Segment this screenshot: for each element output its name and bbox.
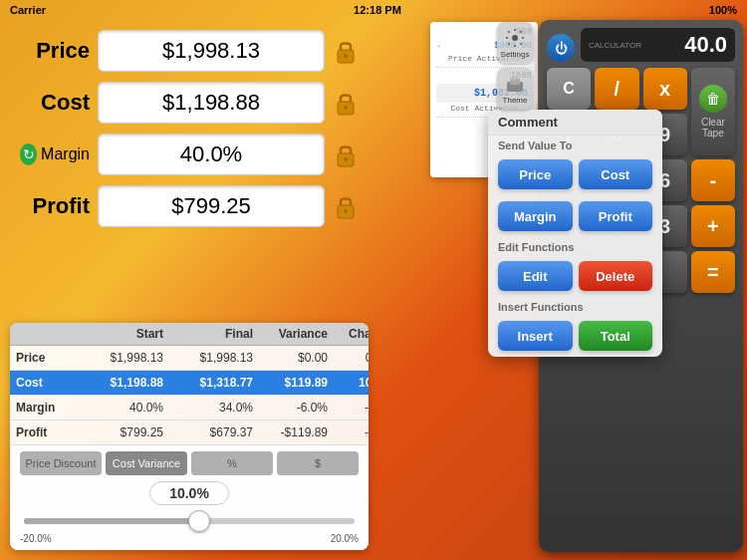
slider-tabs: Price Discount Cost Variance % $	[20, 451, 359, 475]
table-row[interactable]: Cost $1,198.88 $1,318.77 $119.89 10.0%	[10, 371, 369, 396]
row-final: $1,318.77	[169, 371, 259, 395]
row-label: Margin	[10, 396, 80, 420]
calc-display: CALCULATOR 40.0	[581, 28, 735, 62]
row-change: -15%	[334, 420, 369, 444]
trash-icon: 🗑	[699, 85, 727, 113]
slider-track[interactable]	[24, 511, 355, 531]
row-final: $679.37	[169, 420, 259, 444]
edit-button[interactable]: Edit	[498, 261, 573, 291]
col-label	[10, 323, 80, 345]
comparison-table: Start Final Variance Change Price $1,998…	[10, 323, 369, 550]
row-label: Price	[10, 346, 80, 370]
cost-row: Cost $1,198.88	[20, 82, 359, 124]
row-final: 34.0%	[169, 396, 259, 420]
svg-point-8	[512, 35, 518, 41]
col-start: Start	[80, 323, 169, 345]
margin-lock[interactable]	[333, 140, 359, 169]
insert-button[interactable]: Insert	[498, 321, 573, 351]
col-variance: Variance	[259, 323, 334, 345]
margin-row: ↻ Margin 40.0%	[20, 134, 359, 175]
table-header: Start Final Variance Change	[10, 323, 369, 346]
tab-price-discount[interactable]: Price Discount	[20, 451, 102, 475]
divide-btn[interactable]: /	[595, 68, 638, 110]
top-right-panel: Settings Theme	[497, 22, 533, 110]
slider-labels: -20.0% 20.0%	[20, 533, 359, 544]
clear-tape-button[interactable]: 🗑 Clear Tape	[691, 68, 735, 155]
settings-button[interactable]: Settings	[497, 22, 533, 64]
row-label: Cost	[10, 371, 80, 395]
margin-refresh-icon[interactable]: ↻	[20, 143, 37, 165]
row-variance: $119.89	[259, 371, 334, 395]
calc-display-value: 40.0	[684, 32, 727, 58]
margin-label: Margin	[41, 145, 90, 163]
calc-top-row: ⏻ CALCULATOR 40.0	[547, 28, 735, 68]
slider-value: 10.0%	[149, 481, 229, 505]
slider-area: Price Discount Cost Variance % $ 10.0% -…	[10, 445, 369, 550]
theme-icon	[505, 74, 525, 94]
row-change: 0.0%	[334, 346, 369, 370]
total-button[interactable]: Total	[579, 321, 653, 351]
cost-input[interactable]: $1,198.88	[98, 82, 325, 124]
gear-icon	[505, 28, 525, 48]
input-panel: Price $1,998.13 Cost $1,198.88	[10, 20, 369, 247]
row-label: Profit	[10, 420, 80, 444]
send-price-button[interactable]: Price	[498, 159, 573, 189]
margin-label-container: ↻ Margin	[20, 143, 90, 165]
battery-label: 100%	[709, 4, 737, 16]
svg-point-5	[344, 157, 348, 161]
table-row: Profit $799.25 $679.37 -$119.89 -15%	[10, 420, 369, 445]
insert-functions-label: Insert Functions	[488, 297, 662, 315]
tab-cost-variance[interactable]: Cost Variance	[106, 451, 187, 475]
row-change: 10.0%	[334, 371, 369, 395]
cost-lock[interactable]	[333, 88, 359, 118]
edit-buttons: Edit Delete	[488, 255, 662, 297]
send-value-buttons-2: Margin Profit	[488, 195, 662, 237]
profit-input[interactable]: $799.25	[98, 185, 325, 227]
row-change: -15%	[334, 396, 369, 420]
cost-label: Cost	[20, 90, 90, 116]
clear-btn[interactable]: C	[547, 68, 591, 110]
row-start: $1,998.13	[80, 346, 169, 370]
power-button[interactable]: ⏻	[547, 34, 575, 62]
col-final: Final	[169, 323, 259, 345]
profit-lock[interactable]	[333, 191, 359, 221]
profit-label: Profit	[20, 193, 90, 219]
row-start: $799.25	[80, 420, 169, 444]
popup-menu: Comment Send Value To Price Cost Margin …	[488, 110, 662, 357]
send-value-label: Send Value To	[488, 136, 662, 153]
table-row: Margin 40.0% 34.0% -6.0% -15%	[10, 396, 369, 420]
svg-point-1	[344, 54, 348, 58]
price-label: Price	[20, 38, 90, 64]
theme-button[interactable]: Theme	[497, 68, 533, 110]
send-profit-button[interactable]: Profit	[579, 201, 653, 231]
add-btn[interactable]: +	[691, 205, 735, 247]
slider-min-label: -20.0%	[20, 533, 52, 544]
send-margin-button[interactable]: Margin	[498, 201, 573, 231]
svg-rect-11	[513, 77, 517, 81]
row-variance: $0.00	[259, 346, 334, 370]
slider-thumb[interactable]	[188, 510, 210, 532]
status-bar: Carrier 12:18 PM 100%	[0, 0, 747, 20]
margin-input[interactable]: 40.0%	[98, 134, 325, 175]
row-variance: -$119.89	[259, 420, 334, 444]
slider-fill	[24, 518, 206, 524]
multiply-btn[interactable]: x	[643, 68, 687, 110]
tab-dollar[interactable]: $	[277, 451, 359, 475]
theme-label: Theme	[503, 96, 528, 105]
edit-functions-label: Edit Functions	[488, 237, 662, 255]
carrier-label: Carrier	[10, 4, 46, 16]
insert-buttons: Insert Total	[488, 315, 662, 357]
row-start: 40.0%	[80, 396, 169, 420]
row-final: $1,998.13	[169, 346, 259, 370]
price-row: Price $1,998.13	[20, 30, 359, 72]
tab-percent[interactable]: %	[191, 451, 273, 475]
delete-button[interactable]: Delete	[579, 261, 653, 291]
price-lock[interactable]	[333, 36, 359, 66]
comment-label: Comment	[488, 110, 662, 136]
price-input[interactable]: $1,998.13	[98, 30, 325, 72]
subtract-btn[interactable]: -	[691, 159, 735, 201]
send-cost-button[interactable]: Cost	[579, 159, 653, 189]
svg-point-3	[344, 106, 348, 110]
row-variance: -6.0%	[259, 396, 334, 420]
equals-btn[interactable]: =	[691, 251, 735, 293]
